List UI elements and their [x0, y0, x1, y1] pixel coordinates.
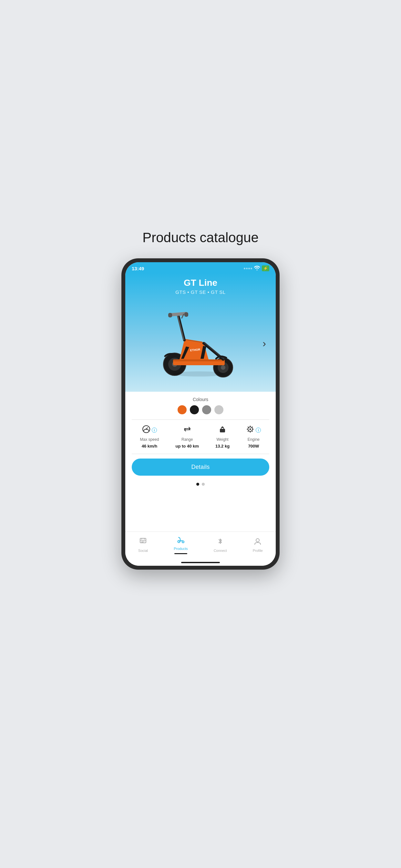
- nav-active-indicator: [174, 553, 187, 554]
- colour-swatch-black[interactable]: [190, 405, 199, 414]
- specs-section: i Max speed 46 km/h: [125, 420, 276, 454]
- svg-line-49: [179, 537, 180, 538]
- flex-fill: [125, 489, 276, 531]
- engine-icon: [246, 425, 254, 435]
- range-icon: [183, 425, 191, 435]
- page-dots: [125, 480, 276, 489]
- svg-line-48: [180, 538, 181, 540]
- svg-rect-42: [144, 538, 145, 539]
- nav-item-profile[interactable]: Profile: [253, 537, 263, 553]
- svg-line-36: [252, 431, 252, 431]
- nav-item-social[interactable]: Social: [138, 537, 148, 553]
- nav-item-products[interactable]: Products: [174, 535, 188, 554]
- spec-icon-row-range: [183, 425, 191, 435]
- phone-frame: 13:49 ⚡: [121, 258, 280, 569]
- spec-weight: Weight 13.2 kg: [215, 425, 229, 448]
- svg-line-50: [181, 540, 183, 541]
- signal-dot-3: [248, 268, 250, 269]
- spec-icon-row-speed: i: [142, 425, 157, 435]
- scooter-image: ETHOR: [155, 305, 246, 382]
- spec-engine-label: Engine: [248, 437, 259, 442]
- page-dot-2[interactable]: [202, 483, 205, 486]
- page-wrapper: Products catalogue 13:49: [100, 217, 301, 651]
- wifi-icon: [254, 266, 260, 271]
- product-title: GT Line: [184, 278, 217, 288]
- spec-max-speed: i Max speed 46 km/h: [140, 425, 159, 448]
- home-bar: [181, 562, 220, 563]
- colours-label: Colours: [193, 397, 208, 402]
- colour-swatch-lightgray[interactable]: [214, 405, 223, 414]
- profile-icon: [253, 537, 262, 547]
- nav-item-connect[interactable]: Connect: [214, 537, 227, 553]
- bottom-nav: Social Pro: [125, 531, 276, 561]
- header-area: GT Line GTS • GT SE • GT SL: [125, 273, 276, 392]
- signal-dots: [244, 268, 252, 269]
- details-section: Details: [125, 454, 276, 480]
- next-arrow[interactable]: ›: [263, 337, 266, 349]
- svg-rect-7: [173, 360, 225, 361]
- signal-dot-2: [246, 268, 248, 269]
- svg-point-51: [256, 538, 259, 542]
- colour-swatch-orange[interactable]: [178, 405, 187, 414]
- svg-rect-17: [168, 313, 172, 317]
- nav-label-social: Social: [138, 549, 148, 553]
- spec-range-label: Range: [181, 437, 193, 442]
- svg-line-35: [248, 427, 249, 428]
- svg-line-15: [177, 314, 184, 340]
- svg-point-24: [146, 429, 147, 430]
- speed-info-badge[interactable]: i: [152, 428, 157, 433]
- spec-engine: i Engine 700W: [246, 425, 261, 448]
- svg-rect-41: [142, 538, 142, 539]
- page-dot-1[interactable]: [196, 483, 199, 486]
- spec-engine-value: 700W: [248, 444, 259, 448]
- signal-dot-4: [251, 268, 252, 269]
- svg-point-28: [222, 427, 223, 428]
- nav-label-connect: Connect: [214, 549, 227, 553]
- details-button[interactable]: Details: [132, 459, 269, 476]
- svg-point-5: [221, 365, 225, 370]
- weight-icon: [218, 425, 227, 435]
- svg-rect-18: [184, 312, 188, 317]
- spec-range: Range up to 40 km: [176, 425, 199, 448]
- products-icon: [177, 535, 185, 546]
- spec-weight-value: 13.2 kg: [215, 444, 229, 448]
- spec-icon-row-engine: i: [246, 425, 261, 435]
- battery-icon: ⚡: [262, 266, 269, 271]
- status-time: 13:49: [132, 266, 144, 271]
- spec-range-value: up to 40 km: [176, 444, 199, 448]
- status-bar: 13:49 ⚡: [125, 262, 276, 273]
- svg-rect-27: [220, 429, 225, 432]
- signal-dot-1: [244, 268, 245, 269]
- spec-weight-label: Weight: [217, 437, 228, 442]
- svg-line-38: [248, 431, 249, 431]
- bluetooth-icon: [216, 537, 224, 547]
- phone-screen: 13:49 ⚡: [125, 262, 276, 566]
- colours-section: Colours: [125, 392, 276, 420]
- nav-label-products: Products: [174, 547, 188, 551]
- colour-swatches: [178, 405, 223, 414]
- spec-speed-value: 46 km/h: [142, 444, 157, 448]
- status-icons: ⚡: [244, 266, 269, 271]
- product-variants: GTS • GT SE • GT SL: [175, 289, 225, 295]
- spec-icon-row-weight: [218, 425, 227, 435]
- page-title: Products catalogue: [143, 230, 258, 245]
- spec-speed-label: Max speed: [140, 437, 159, 442]
- svg-point-30: [250, 429, 251, 430]
- engine-info-badge[interactable]: i: [256, 428, 261, 433]
- svg-line-37: [252, 427, 252, 428]
- svg-point-21: [173, 371, 225, 376]
- colour-swatch-gray[interactable]: [202, 405, 211, 414]
- product-image-area: ETHOR ›: [132, 295, 269, 392]
- speedometer-icon: [142, 425, 150, 435]
- nav-label-profile: Profile: [253, 549, 263, 553]
- svg-point-46: [182, 541, 184, 543]
- social-icon: [139, 537, 147, 547]
- home-indicator: [125, 561, 276, 566]
